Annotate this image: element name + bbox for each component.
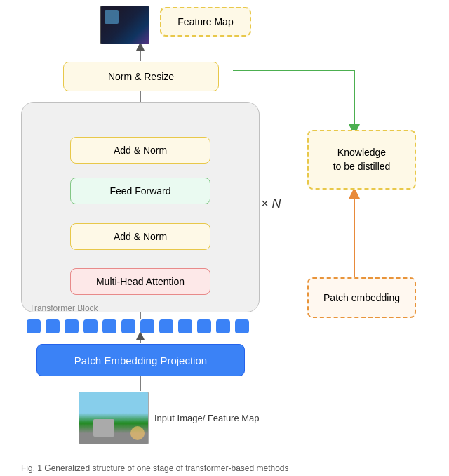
dot-11 [216,319,230,333]
dot-10 [197,319,211,333]
dot-8 [159,319,173,333]
add-norm-top-label: Add & Norm [114,145,167,156]
input-image-thumbnail [79,392,149,444]
dot-1 [27,319,41,333]
norm-resize-box: Norm & Resize [63,62,219,91]
dot-6 [121,319,135,333]
add-norm-bottom-box: Add & Norm [70,223,210,250]
add-norm-bottom-label: Add & Norm [114,231,167,242]
multi-head-label: Multi-Head Attention [96,276,185,287]
norm-resize-label: Norm & Resize [108,71,174,82]
dot-12 [235,319,249,333]
transformer-block-label: Transformer Block [29,303,98,313]
dot-9 [178,319,192,333]
dot-5 [102,319,116,333]
dot-3 [65,319,79,333]
feed-forward-box: Feed Forward [70,178,210,204]
knowledge-label: Knowledge to be distilled [333,146,391,173]
diagram-container: Feature Map Norm & Resize Add & Norm Fee… [0,0,449,476]
feature-map-label: Feature Map [177,16,233,27]
caption: Fig. 1 Generalized structure of one stag… [21,463,289,473]
patch-embedding-label: Patch embedding [323,292,400,303]
feature-map-thumbnail [100,6,149,44]
multi-head-box: Multi-Head Attention [70,268,210,295]
feature-map-box: Feature Map [160,7,251,37]
dots-row [27,319,249,333]
dot-4 [83,319,98,333]
dot-7 [140,319,154,333]
times-n-label: × N [261,197,281,211]
dot-2 [46,319,60,333]
knowledge-box: Knowledge to be distilled [307,130,416,190]
input-image-label: Input Image/ Feature Map [154,413,260,423]
add-norm-top-box: Add & Norm [70,137,210,164]
feed-forward-label: Feed Forward [109,185,170,197]
patch-embedding-proj-box: Patch Embedding Projection [36,344,245,376]
patch-embedding-proj-label: Patch Embedding Projection [74,355,207,366]
patch-embedding-box: Patch embedding [307,277,416,318]
